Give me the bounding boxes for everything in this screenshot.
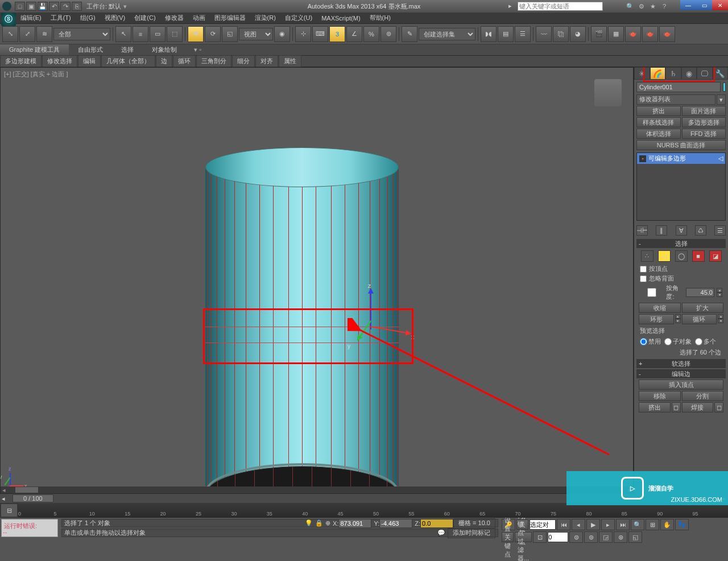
rectangular-region-icon[interactable]: ▭ <box>150 26 166 42</box>
preset-ffd-sel[interactable]: FFD 选择 <box>682 129 726 139</box>
close-button[interactable]: ✕ <box>712 0 728 10</box>
rollout-head-selection[interactable]: -选择 <box>636 239 726 248</box>
layers-icon[interactable]: ☰ <box>515 26 531 42</box>
stack-editable-poly[interactable]: ▫ 可编辑多边形 ◁ <box>637 153 725 164</box>
selected-dropdown[interactable] <box>530 519 556 530</box>
viewport[interactable]: [+] [正交] [真实 + 边面 ] <box>0 67 634 494</box>
pin-stack-icon[interactable]: ⊣⊢ <box>636 225 648 236</box>
radio-off[interactable]: 禁用 <box>640 337 661 346</box>
search-icon[interactable]: 🔍 <box>626 2 635 11</box>
open-icon[interactable]: ▣ <box>26 2 36 11</box>
menu-help[interactable]: 帮助(H) <box>366 13 394 23</box>
preset-patch-sel[interactable]: 面片选择 <box>682 106 726 116</box>
nav-zoom-ext-icon[interactable]: ◲ <box>599 531 613 543</box>
preset-nurbs-sel[interactable]: NURBS 曲面选择 <box>636 140 726 150</box>
ring-spin[interactable]: ▴▾ <box>675 314 681 324</box>
add-time-tag[interactable]: 添加时间标记 <box>448 528 495 538</box>
weld-button[interactable]: 焊接 <box>682 402 714 412</box>
menu-customize[interactable]: 自定义(U) <box>282 13 316 23</box>
select-by-name-icon[interactable]: ≡ <box>133 26 148 42</box>
tab-hierarchy-icon[interactable]: ♄ <box>665 67 681 80</box>
spinner-buttons[interactable]: ▴▾ <box>717 288 722 297</box>
time-config-icon[interactable]: ⊜ <box>569 531 583 543</box>
tab-paint[interactable]: 对象绘制 <box>143 44 186 55</box>
application-button[interactable]: ⓢ <box>1 13 16 26</box>
nav-fov-icon[interactable]: ⊞ <box>646 519 659 530</box>
viewcube[interactable] <box>594 79 622 106</box>
window-crossing-icon[interactable]: ⬚ <box>167 26 183 42</box>
ring-button[interactable]: 环形 <box>639 314 674 324</box>
select-object-icon[interactable]: ↖ <box>115 26 131 42</box>
select-scale-icon[interactable]: ◱ <box>222 26 238 42</box>
rendered-frame-icon[interactable]: ▦ <box>608 26 624 42</box>
menu-tools[interactable]: 工具(T) <box>47 13 75 23</box>
preset-spline-sel[interactable]: 样条线选择 <box>636 117 681 127</box>
key-mode-icon[interactable]: ⊡ <box>533 531 547 543</box>
menu-group[interactable]: 组(G) <box>77 13 99 23</box>
current-frame-input[interactable] <box>548 532 568 542</box>
panel-edges[interactable]: 边 <box>156 55 172 67</box>
stack-expand-icon[interactable]: ▫ <box>639 155 646 162</box>
make-unique-icon[interactable]: ∀ <box>676 225 687 236</box>
extrude-button[interactable]: 挤出 <box>639 402 671 412</box>
modifier-list-dropdown-icon[interactable]: ▾ <box>717 94 726 105</box>
vertex-mode-icon[interactable]: ∴ <box>641 250 653 262</box>
redo-icon[interactable]: ↷ <box>60 2 71 11</box>
split-button[interactable]: 分割 <box>682 391 724 401</box>
tab-graphite[interactable]: Graphite 建模工具 <box>0 44 69 55</box>
lock-icon[interactable]: 💡 <box>305 519 313 527</box>
menu-rendering[interactable]: 渲染(R) <box>251 13 279 23</box>
loop-button[interactable]: 循环 <box>682 314 717 324</box>
manipulate-icon[interactable]: ⊹ <box>295 26 311 42</box>
mirror-icon[interactable]: ◗◖ <box>481 26 497 42</box>
info-icon[interactable]: ▸ <box>508 2 512 10</box>
nav-zoom-icon[interactable]: 🔍 <box>631 519 644 530</box>
panel-edit[interactable]: 编辑 <box>78 55 101 67</box>
render-prod-icon[interactable]: 🫖 <box>659 26 675 42</box>
viewport-label[interactable]: [+] [正交] [真实 + 边面 ] <box>4 70 68 79</box>
insert-vertex-button[interactable]: 插入顶点 <box>639 380 723 390</box>
preset-vol-sel[interactable]: 体积选择 <box>636 129 681 139</box>
render-preset-icon[interactable]: 🫖 <box>642 26 658 42</box>
panel-tri[interactable]: 三角剖分 <box>196 55 231 67</box>
radio-multi[interactable]: 多个 <box>695 337 716 346</box>
render-setup-icon[interactable]: 🎬 <box>591 26 607 42</box>
nav-arc-icon[interactable]: ⊛ <box>614 531 627 543</box>
help-icon[interactable]: ? <box>660 2 669 11</box>
comm-center-icon[interactable]: 💬 <box>437 529 445 537</box>
radio-subobj[interactable]: 子对象 <box>664 337 692 346</box>
grow-button[interactable]: 扩大 <box>682 303 724 313</box>
by-angle-input[interactable] <box>686 288 714 297</box>
menu-maxscript[interactable]: MAXScript(M) <box>318 14 363 23</box>
keyboard-shortcut-icon[interactable]: ⌨ <box>312 26 328 42</box>
favorites-icon[interactable]: ★ <box>648 2 657 11</box>
viewport-scrollbar[interactable]: ◂ ▸ <box>1 486 633 493</box>
help-search[interactable]: ▸ <box>518 2 603 11</box>
set-key-button[interactable]: 设置关键点 <box>502 532 514 542</box>
remove-button[interactable]: 移除 <box>639 391 681 401</box>
panel-poly-modeling[interactable]: 多边形建模 <box>0 55 42 67</box>
preset-extrude[interactable]: 挤出 <box>636 106 681 116</box>
edit-named-sel-icon[interactable]: ✎ <box>402 26 417 42</box>
tab-freeform[interactable]: 自由形式 <box>69 44 112 55</box>
panel-props[interactable]: 属性 <box>279 55 301 67</box>
nav-walk-icon[interactable]: 👣 <box>675 519 689 530</box>
goto-end-icon[interactable]: ⏭ <box>616 519 630 530</box>
key-filters-button[interactable]: 关键点过滤器... <box>515 532 532 542</box>
render-icon[interactable]: 🫖 <box>625 26 641 42</box>
align-icon[interactable]: ▤ <box>498 26 514 42</box>
y-input[interactable] <box>379 519 412 528</box>
object-name-input[interactable] <box>636 82 721 92</box>
undo-icon[interactable]: ↶ <box>49 2 59 11</box>
next-frame-icon[interactable]: ▸ <box>601 519 615 530</box>
modifier-list[interactable]: 修改器列表 <box>636 94 715 105</box>
rollout-head-edit-edges[interactable]: -编辑边 <box>636 369 726 378</box>
prev-frame-icon[interactable]: ◂ <box>572 519 585 530</box>
by-vertex-checkbox[interactable]: 按顶点 <box>636 264 726 274</box>
menu-edit[interactable]: 编辑(E) <box>17 13 45 23</box>
select-move-icon[interactable]: ✥ <box>188 26 204 42</box>
snap-toggle-icon[interactable]: 3 <box>329 26 345 42</box>
named-selection-sets[interactable]: 创建选择集 <box>419 28 475 40</box>
workspace-dropdown-icon[interactable]: ▾ <box>123 3 127 10</box>
pivot-center-icon[interactable]: ◉ <box>274 26 290 42</box>
